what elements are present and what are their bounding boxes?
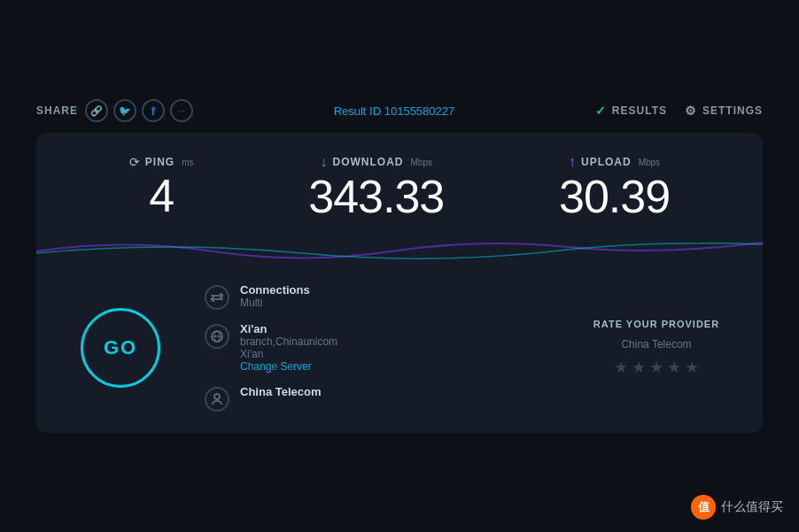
nav-section: ✓ RESULTS ⚙ SETTINGS xyxy=(595,104,763,118)
upload-label: UPLOAD xyxy=(581,156,632,168)
rate-section: RATE YOUR PROVIDER China Telecom ★ ★ ★ ★… xyxy=(586,283,727,412)
watermark: 值 什么值得买 xyxy=(691,495,783,520)
download-label: DOWNLOAD xyxy=(333,156,404,168)
star-1[interactable]: ★ xyxy=(614,358,628,377)
rate-title: RATE YOUR PROVIDER xyxy=(593,319,719,329)
provider-name: China Telecom xyxy=(240,385,322,398)
result-id: Result ID 10155580227 xyxy=(334,104,455,118)
connections-label: Connections xyxy=(240,283,310,297)
ping-metric: ⟳ PING ms 4 xyxy=(129,155,194,219)
change-server-link[interactable]: Change Server xyxy=(240,360,337,373)
star-3[interactable]: ★ xyxy=(649,358,663,377)
star-4[interactable]: ★ xyxy=(667,358,681,377)
connections-value: Multi xyxy=(240,297,310,309)
upload-unit: Mbps xyxy=(639,158,660,167)
share-link-button[interactable]: 🔗 xyxy=(85,99,108,122)
rate-provider: China Telecom xyxy=(621,338,691,351)
server-row: Xi'an branch,Chinaunicom Xi'an Change Se… xyxy=(205,322,550,373)
download-metric: ↓ DOWNLOAD Mbps 343.33 xyxy=(308,154,444,220)
go-button-wrapper: GO xyxy=(72,283,169,412)
watermark-badge: 值 xyxy=(691,495,716,520)
download-icon: ↓ xyxy=(321,154,328,170)
person-icon xyxy=(205,387,229,412)
connections-icon xyxy=(205,285,229,310)
share-label: SHARE xyxy=(36,104,78,117)
speed-section: ⟳ PING ms 4 ↓ DOWNLOAD Mbps 343.33 ↑ UPL… xyxy=(36,133,763,234)
server-isp: branch,Chinaunicom xyxy=(240,335,337,348)
results-nav[interactable]: ✓ RESULTS xyxy=(595,104,667,118)
go-button[interactable]: GO xyxy=(81,308,160,388)
share-icons: 🔗 🐦 f ··· xyxy=(85,99,193,122)
main-card: ⟳ PING ms 4 ↓ DOWNLOAD Mbps 343.33 ↑ UPL… xyxy=(36,133,763,433)
server-location: Xi'an xyxy=(240,348,337,360)
settings-nav[interactable]: ⚙ SETTINGS xyxy=(685,104,763,118)
share-more-button[interactable]: ··· xyxy=(170,99,193,122)
stars[interactable]: ★ ★ ★ ★ ★ xyxy=(614,358,699,377)
share-twitter-button[interactable]: 🐦 xyxy=(113,99,136,122)
star-5[interactable]: ★ xyxy=(685,358,699,377)
share-facebook-button[interactable]: f xyxy=(142,99,165,122)
ping-label: PING xyxy=(145,156,175,168)
download-value: 343.33 xyxy=(308,173,444,220)
checkmark-icon: ✓ xyxy=(595,104,607,118)
upload-icon: ↑ xyxy=(569,154,576,170)
upload-value: 30.39 xyxy=(559,173,670,220)
provider-row: China Telecom xyxy=(205,385,550,412)
upload-metric: ↑ UPLOAD Mbps 30.39 xyxy=(559,154,670,220)
info-section: GO Connections Multi xyxy=(36,269,763,433)
connections-row: Connections Multi xyxy=(205,283,550,310)
share-section: SHARE 🔗 🐦 f ··· xyxy=(36,99,193,122)
gear-icon: ⚙ xyxy=(685,104,697,118)
globe-icon xyxy=(205,324,229,349)
server-city: Xi'an xyxy=(240,322,337,335)
watermark-text: 什么值得买 xyxy=(721,499,783,515)
download-unit: Mbps xyxy=(411,158,432,167)
ping-icon: ⟳ xyxy=(129,155,140,169)
server-info: Connections Multi Xi'an branch,Chinaunic… xyxy=(205,283,550,412)
star-2[interactable]: ★ xyxy=(632,358,646,377)
wave-separator xyxy=(36,234,763,269)
ping-value: 4 xyxy=(149,173,174,219)
top-bar: SHARE 🔗 🐦 f ··· Result ID 10155580227 ✓ … xyxy=(36,99,763,122)
ping-unit: ms xyxy=(182,158,193,167)
svg-point-5 xyxy=(214,394,220,399)
